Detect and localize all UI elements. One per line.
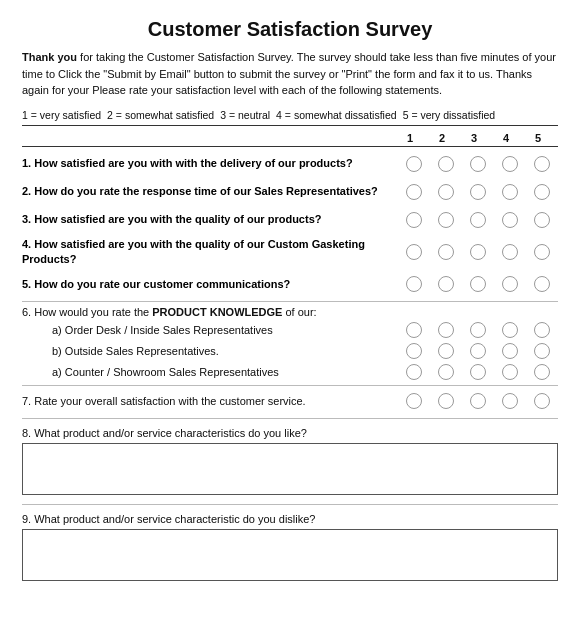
radio-6b-2[interactable] xyxy=(438,343,454,359)
radio-7-1[interactable] xyxy=(406,393,422,409)
question-6c-row: a) Counter / Showroom Sales Representati… xyxy=(22,364,558,380)
question-8-container: 8. What product and/or service character… xyxy=(22,427,558,498)
question-row-7: 7. Rate your overall satisfaction with t… xyxy=(22,390,558,412)
divider-q5 xyxy=(22,301,558,302)
question-6a-text: a) Order Desk / Inside Sales Representat… xyxy=(52,324,398,336)
radio-6c-2[interactable] xyxy=(438,364,454,380)
radio-7-5[interactable] xyxy=(534,393,550,409)
question-row-4: 4. How satisfied are you with the qualit… xyxy=(22,237,558,268)
scale-4: 4 = somewhat dissatisfied xyxy=(276,109,397,121)
radio-4-2[interactable] xyxy=(438,244,454,260)
radio-3-1[interactable] xyxy=(406,212,422,228)
radio-1-3[interactable] xyxy=(470,156,486,172)
radio-1-5[interactable] xyxy=(534,156,550,172)
radio-3-2[interactable] xyxy=(438,212,454,228)
question-row-1: 1. How satisfied are you with with the d… xyxy=(22,153,558,175)
divider-mid xyxy=(22,146,558,147)
intro-bold: Thank you xyxy=(22,51,77,63)
radio-group-6a xyxy=(398,322,558,338)
radio-5-1[interactable] xyxy=(406,276,422,292)
radio-6a-3[interactable] xyxy=(470,322,486,338)
radio-4-3[interactable] xyxy=(470,244,486,260)
radio-6a-5[interactable] xyxy=(534,322,550,338)
radio-6c-1[interactable] xyxy=(406,364,422,380)
radio-6b-4[interactable] xyxy=(502,343,518,359)
question-row-2: 2. How do you rate the response time of … xyxy=(22,181,558,203)
radio-7-3[interactable] xyxy=(470,393,486,409)
rating-header: 1 2 3 4 5 xyxy=(22,132,558,144)
divider-q8 xyxy=(22,504,558,505)
radio-5-3[interactable] xyxy=(470,276,486,292)
radio-2-1[interactable] xyxy=(406,184,422,200)
radio-4-4[interactable] xyxy=(502,244,518,260)
radio-2-3[interactable] xyxy=(470,184,486,200)
radio-3-3[interactable] xyxy=(470,212,486,228)
radio-7-4[interactable] xyxy=(502,393,518,409)
radio-group-1 xyxy=(398,156,558,172)
page-title: Customer Satisfaction Survey xyxy=(22,18,558,41)
scale-2: 2 = somewhat satisfied xyxy=(107,109,214,121)
question-6b-row: b) Outside Sales Representatives. xyxy=(22,343,558,359)
radio-6a-2[interactable] xyxy=(438,322,454,338)
question-6b-text: b) Outside Sales Representatives. xyxy=(52,345,398,357)
radio-6b-3[interactable] xyxy=(470,343,486,359)
radio-1-1[interactable] xyxy=(406,156,422,172)
radio-7-2[interactable] xyxy=(438,393,454,409)
radio-group-6b xyxy=(398,343,558,359)
question-8-textarea[interactable] xyxy=(22,443,558,495)
radio-6a-1[interactable] xyxy=(406,322,422,338)
radio-2-5[interactable] xyxy=(534,184,550,200)
question-6a-row: a) Order Desk / Inside Sales Representat… xyxy=(22,322,558,338)
radio-6c-4[interactable] xyxy=(502,364,518,380)
radio-4-1[interactable] xyxy=(406,244,422,260)
radio-group-2 xyxy=(398,184,558,200)
radio-6c-5[interactable] xyxy=(534,364,550,380)
radio-2-2[interactable] xyxy=(438,184,454,200)
question-9-container: 9. What product and/or service character… xyxy=(22,513,558,584)
question-7-text: 7. Rate your overall satisfaction with t… xyxy=(22,394,398,409)
question-2-text: 2. How do you rate the response time of … xyxy=(22,184,398,199)
radio-2-4[interactable] xyxy=(502,184,518,200)
radio-6b-5[interactable] xyxy=(534,343,550,359)
radio-group-5 xyxy=(398,276,558,292)
question-row-3: 3. How satisfied are you with the qualit… xyxy=(22,209,558,231)
divider-q6 xyxy=(22,385,558,386)
radio-group-7 xyxy=(398,393,558,409)
radio-group-4 xyxy=(398,244,558,260)
radio-6c-3[interactable] xyxy=(470,364,486,380)
scale-5: 5 = very dissatisfied xyxy=(403,109,496,121)
question-8-label: 8. What product and/or service character… xyxy=(22,427,558,439)
intro-text: Thank you for taking the Customer Satisf… xyxy=(22,49,558,99)
question-9-textarea[interactable] xyxy=(22,529,558,581)
question-9-label: 9. What product and/or service character… xyxy=(22,513,558,525)
scale-legend: 1 = very satisfied 2 = somewhat satisfie… xyxy=(22,109,558,121)
question-6-header: 6. How would you rate the PRODUCT KNOWLE… xyxy=(22,306,558,318)
rating-columns: 1 2 3 4 5 xyxy=(394,132,554,144)
divider-top xyxy=(22,125,558,126)
radio-group-3 xyxy=(398,212,558,228)
question-6c-text: a) Counter / Showroom Sales Representati… xyxy=(52,366,398,378)
question-1-text: 1. How satisfied are you with with the d… xyxy=(22,156,398,171)
radio-3-4[interactable] xyxy=(502,212,518,228)
scale-3: 3 = neutral xyxy=(220,109,270,121)
radio-3-5[interactable] xyxy=(534,212,550,228)
radio-4-5[interactable] xyxy=(534,244,550,260)
radio-5-5[interactable] xyxy=(534,276,550,292)
radio-group-6c xyxy=(398,364,558,380)
radio-6a-4[interactable] xyxy=(502,322,518,338)
divider-q7 xyxy=(22,418,558,419)
radio-6b-1[interactable] xyxy=(406,343,422,359)
question-4-text: 4. How satisfied are you with the qualit… xyxy=(22,237,398,268)
scale-1: 1 = very satisfied xyxy=(22,109,101,121)
radio-5-2[interactable] xyxy=(438,276,454,292)
radio-1-2[interactable] xyxy=(438,156,454,172)
radio-5-4[interactable] xyxy=(502,276,518,292)
question-3-text: 3. How satisfied are you with the qualit… xyxy=(22,212,398,227)
question-5-text: 5. How do you rate our customer communic… xyxy=(22,277,398,292)
radio-1-4[interactable] xyxy=(502,156,518,172)
question-row-5: 5. How do you rate our customer communic… xyxy=(22,273,558,295)
